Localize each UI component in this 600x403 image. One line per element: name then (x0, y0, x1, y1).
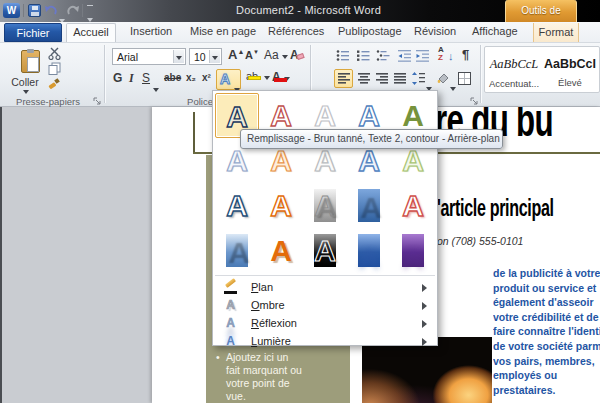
paste-caret (23, 90, 29, 94)
change-case-button[interactable]: Aa (264, 48, 288, 62)
style-preview: AaBbCcL (487, 57, 541, 72)
line-spacing-button[interactable] (412, 72, 425, 85)
numbering-button[interactable] (356, 49, 371, 62)
font-color-button[interactable]: A (272, 70, 290, 84)
paste-label: Coller (6, 76, 44, 88)
style-eleve[interactable]: AaBbCcI Élevé (543, 49, 597, 91)
texteffect-tile[interactable]: A (391, 183, 435, 228)
clipboard-icon (21, 50, 40, 73)
phone-line[interactable]: on (708) 555-0101 (437, 235, 523, 247)
texteffect-tile[interactable]: A (347, 228, 391, 273)
align-center-button[interactable] (358, 73, 370, 84)
clear-formatting-button[interactable]: A (290, 48, 299, 62)
tab-insertion[interactable]: Insertion (130, 25, 172, 37)
clipboard-dialog-launcher[interactable] (93, 97, 102, 106)
texteffect-tile[interactable]: A (215, 228, 259, 273)
superscript-button[interactable]: x² (202, 72, 211, 83)
outline-icon (223, 280, 238, 295)
group-divider (104, 45, 105, 103)
texteffect-tile[interactable]: A (391, 228, 435, 273)
save-icon[interactable] (28, 4, 41, 17)
multilevel-list-button[interactable] (376, 49, 392, 62)
shadow-icon: A (223, 298, 238, 313)
shading-bucket-icon[interactable] (436, 71, 450, 85)
align-right-button[interactable] (376, 73, 388, 84)
paste-button[interactable]: Coller (6, 46, 44, 96)
tab-accueil[interactable]: Accueil (66, 23, 116, 42)
texteffect-tile[interactable]: A (303, 183, 347, 228)
cut-icon[interactable] (48, 47, 61, 60)
bullet-glyph: • (216, 351, 220, 364)
qat-separator (82, 4, 83, 17)
underline-caret[interactable] (153, 78, 159, 96)
undo-icon[interactable] (44, 4, 58, 17)
texteffect-tile[interactable]: A (259, 228, 303, 273)
menu-separator (215, 275, 435, 276)
strikethrough-button[interactable]: abe (164, 72, 181, 83)
word-logo-icon: W (3, 3, 20, 18)
borders-button[interactable] (458, 72, 471, 85)
qat-separator (23, 4, 24, 17)
highlight-button[interactable]: ab (246, 70, 270, 82)
styles-gallery: AaBbCcL Accentuat... AaBbCcI Élevé (484, 46, 600, 93)
article-heading[interactable]: 'article principal (437, 194, 554, 222)
pilcrow-button[interactable]: ¶ (462, 47, 469, 62)
texteffect-tile[interactable]: A (215, 183, 259, 228)
italic-button[interactable]: I (129, 71, 134, 86)
font-name-value: Arial (117, 51, 138, 63)
shading-caret[interactable] (450, 77, 456, 95)
title-bar: W Document2 - Microsoft Word Outils de d… (0, 0, 600, 22)
shrink-font-button[interactable]: A▼ (245, 49, 259, 61)
tab-affichage[interactable]: Affichage (472, 25, 518, 37)
masthead-box-border (193, 112, 195, 154)
font-size-value: 10 (194, 51, 206, 63)
submenu-arrow-icon (422, 302, 427, 310)
underline-button[interactable]: S (142, 71, 150, 85)
copy-icon[interactable] (48, 62, 61, 75)
bullets-button[interactable] (336, 49, 351, 62)
align-left-button[interactable] (334, 69, 353, 88)
justify-button[interactable] (394, 73, 406, 84)
subscript-button[interactable]: x₂ (186, 72, 196, 83)
texteffect-tile[interactable]: A (303, 228, 347, 273)
paragraph-dialog-launcher[interactable] (470, 97, 479, 106)
menu-item-plan[interactable]: Plan (215, 279, 435, 296)
menu-item-reflexion[interactable]: A Réflexion (215, 315, 435, 332)
text-effects-button[interactable]: A (216, 69, 241, 90)
article-body-text[interactable]: de la publicité à votreproduit ou servic… (493, 266, 600, 397)
decrease-indent-button[interactable] (398, 49, 412, 62)
group-divider (480, 45, 481, 103)
menu-item-lumiere[interactable]: A Lumière (215, 333, 435, 350)
submenu-arrow-icon (422, 284, 427, 292)
tab-publipostage[interactable]: Publipostage (338, 25, 402, 37)
font-name-caret[interactable] (173, 50, 184, 63)
bold-button[interactable]: G (113, 71, 122, 85)
text-effects-gallery: A A A A A A A A A A A A A A A A A A A A (215, 93, 435, 273)
sort-button[interactable]: AZ (438, 46, 444, 62)
menu-item-ombre[interactable]: A Ombre (215, 297, 435, 314)
contextual-tab-group-header: Outils de dessin (505, 0, 577, 22)
redo-icon[interactable] (66, 4, 80, 17)
font-name-combo[interactable]: Arial (112, 48, 186, 65)
window-title: Document2 - Microsoft Word (236, 4, 381, 16)
tab-format[interactable]: Format (533, 23, 579, 42)
tab-references[interactable]: Références (268, 25, 324, 37)
grow-font-button[interactable]: A▲ (228, 47, 244, 62)
style-accentuation[interactable]: AaBbCcL Accentuat... (487, 49, 541, 91)
sidebar-bullet-item[interactable]: • Ajoutez ici un fait marquant ou votre … (216, 351, 316, 403)
texteffect-tile[interactable]: A (259, 183, 303, 228)
font-size-caret[interactable] (209, 50, 220, 63)
texteffect-tile[interactable]: A (347, 183, 391, 228)
increase-indent-button[interactable] (416, 49, 430, 62)
clipboard-group-label: Presse-papiers (0, 96, 96, 107)
tab-revision[interactable]: Révision (414, 25, 456, 37)
style-label: Élevé (543, 77, 597, 88)
font-size-combo[interactable]: 10 (189, 48, 222, 65)
style-preview: AaBbCcI (543, 57, 597, 71)
format-painter-icon[interactable] (48, 77, 61, 90)
tab-fichier[interactable]: Fichier (4, 23, 62, 42)
glow-icon: A (223, 334, 238, 349)
style-label: Accentuat... (487, 78, 541, 89)
tab-mise-en-page[interactable]: Mise en page (190, 25, 256, 37)
text-effects-letter: A (220, 71, 230, 87)
